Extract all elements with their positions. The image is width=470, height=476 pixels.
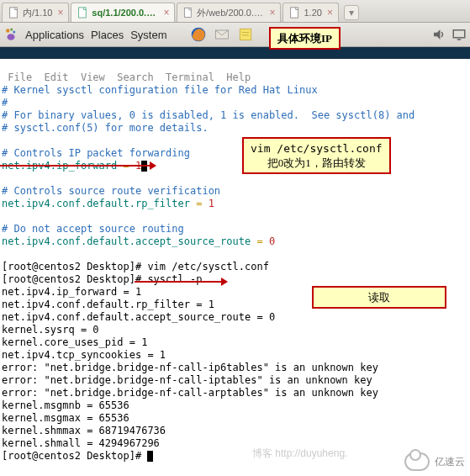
gnome-panel: Applications Places System [0, 23, 470, 47]
shell-line: [root@centos2 Desktop]# sysctl -p [2, 273, 202, 285]
note-icon[interactable] [237, 26, 254, 43]
svg-point-4 [6, 29, 10, 33]
close-icon[interactable]: × [327, 7, 333, 19]
cursor-icon [147, 451, 153, 462]
conf-line: # For binary values, 0 is disabled, 1 is… [2, 109, 415, 121]
brand-label: 亿速云 [435, 455, 465, 469]
conf-val: 1 [209, 198, 214, 209]
close-icon[interactable]: × [163, 7, 169, 19]
shell-line: kernel.core_uses_pid = 1 [2, 336, 147, 348]
new-tab-button[interactable]: ▾ [344, 5, 359, 20]
callout-env-ip: 具体环境IP [269, 27, 341, 50]
mail-icon[interactable] [214, 26, 230, 43]
conf-line: # Kernel sysctl configuration file for R… [2, 84, 318, 96]
svg-point-5 [10, 29, 13, 31]
svg-rect-10 [240, 29, 251, 40]
shell-line: error: "net.bridge.bridge-nf-call-arptab… [2, 387, 378, 399]
shell-line: net.ipv4.conf.default.accept_source_rout… [2, 311, 275, 323]
shell-prompt: [root@centos2 Desktop]# [2, 450, 147, 462]
shell-line: kernel.msgmax = 65536 [2, 412, 129, 424]
tab-label: 内/1.10 [23, 7, 52, 19]
shell-line: net.ipv4.ip_forward = 1 [2, 286, 141, 298]
arrow-to-ipforward [0, 165, 156, 167]
conf-line: # [2, 97, 8, 108]
shell-line: kernel.msgmnb = 65536 [2, 399, 129, 411]
shell-line: kernel.shmall = 4294967296 [2, 437, 160, 449]
svg-rect-14 [453, 30, 465, 38]
shell-line: net.ipv4.conf.default.rp_filter = 1 [2, 299, 214, 310]
conf-key: net.ipv4.conf.default.accept_source_rout… [2, 235, 251, 247]
svg-point-7 [8, 34, 15, 40]
conf-key: net.ipv4.conf.default.rp_filter [2, 198, 190, 209]
close-icon[interactable]: × [57, 7, 63, 19]
shell-line: [root@centos2 Desktop]# vim /etc/sysctl.… [2, 261, 269, 272]
cloud-icon [404, 452, 430, 471]
tab-nei-1-10[interactable]: 内/1.10 × [2, 3, 69, 22]
arrow-to-sysctl-p [135, 281, 227, 283]
page-icon [182, 7, 193, 19]
volume-icon[interactable] [431, 27, 446, 42]
svg-marker-13 [434, 29, 441, 40]
page-icon [288, 7, 300, 19]
terminal-output[interactable]: File Edit View Search Terminal Help # Ke… [0, 59, 470, 464]
page-icon [77, 7, 88, 19]
callout-vim-sysctl: vim /etc/sysctl.conf 把0改为1，路由转发 [242, 137, 391, 174]
svg-rect-2 [185, 8, 192, 17]
tab-1-20[interactable]: 1.20 × [283, 3, 338, 22]
svg-point-6 [13, 31, 15, 34]
svg-rect-1 [79, 8, 87, 18]
page-icon [8, 7, 19, 19]
browser-tab-strip: 内/1.10 × sq/1.1/200.0.0.1 × 外/web/200.0.… [0, 0, 470, 23]
conf-line: # Controls source route verification [2, 185, 220, 197]
shell-line: kernel.sysrq = 0 [2, 324, 99, 336]
display-icon[interactable] [452, 27, 467, 42]
conf-val: 0 [269, 235, 275, 247]
shell-line: net.ipv4.tcp_syncookies = 1 [2, 349, 166, 361]
gnome-foot-icon [3, 27, 18, 42]
tab-wai-web[interactable]: 外/web/200.0.0.10 × [177, 3, 281, 22]
blog-watermark: 博客 http://duyuheng. [252, 447, 347, 461]
tab-sq-200[interactable]: sq/1.1/200.0.0.1 × [71, 3, 175, 22]
brand-watermark: 亿速云 [404, 452, 465, 471]
svg-rect-3 [291, 8, 298, 18]
tab-label: 1.20 [304, 8, 321, 18]
vm-top-border [0, 47, 470, 59]
tab-label: 外/web/200.0.0.10 [197, 7, 264, 19]
close-icon[interactable]: × [269, 7, 275, 19]
conf-line: # sysctl.conf(5) for more details. [2, 122, 209, 134]
shell-line: error: "net.bridge.bridge-nf-call-ip6tab… [2, 362, 378, 373]
panel-menu-places[interactable]: Places [91, 29, 124, 41]
firefox-icon[interactable] [190, 26, 207, 43]
conf-line: # Controls IP packet forwarding [2, 147, 190, 159]
conf-line: # Do not accept source routing [2, 223, 184, 235]
panel-menu-system[interactable]: System [130, 29, 166, 41]
tab-label: sq/1.1/200.0.0.1 [92, 8, 158, 18]
callout-read: 读取 [312, 286, 446, 309]
shell-line: error: "net.bridge.bridge-nf-call-iptabl… [2, 374, 372, 386]
shell-line: kernel.shmmax = 68719476736 [2, 425, 166, 436]
panel-menu-applications[interactable]: Applications [25, 29, 84, 41]
svg-rect-0 [10, 8, 18, 18]
